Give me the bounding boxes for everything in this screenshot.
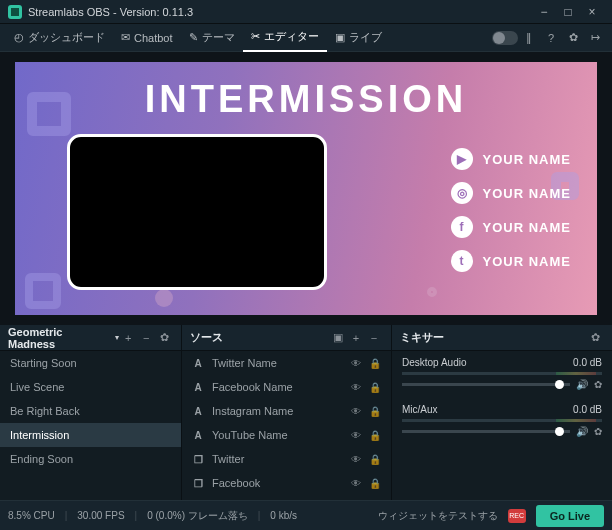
mixer-settings-button[interactable]: ✿ <box>586 331 604 344</box>
volume-slider[interactable] <box>402 430 570 433</box>
scene-item[interactable]: Be Right Back <box>0 399 181 423</box>
dashboard-icon: ◴ <box>14 31 24 44</box>
source-add-button[interactable]: + <box>347 332 365 344</box>
scene-remove-button[interactable]: − <box>137 332 155 344</box>
close-button[interactable]: × <box>580 5 604 19</box>
social-row-instagram: ◎YOUR NAME <box>451 182 571 204</box>
youtube-icon: ▶ <box>451 148 473 170</box>
source-item[interactable]: AInstagram Name👁🔒 <box>182 399 391 423</box>
statusbar: 8.5% CPU | 30.00 FPS | 0 (0.0%) フレーム落ち |… <box>0 500 612 530</box>
chatbot-icon: ✉ <box>121 31 130 44</box>
mixer-title: ミキサー <box>400 330 444 345</box>
tab-editor[interactable]: ✂エディター <box>243 24 327 52</box>
twitter-icon: t <box>451 250 473 272</box>
channel-name: Mic/Aux <box>402 404 438 415</box>
settings-icon[interactable]: ✿ <box>562 27 584 49</box>
channel-settings-icon[interactable]: ✿ <box>594 426 602 437</box>
record-button[interactable]: REC <box>508 509 526 523</box>
help-icon[interactable]: ? <box>540 27 562 49</box>
lock-icon[interactable]: 🔒 <box>369 454 381 465</box>
scene-item[interactable]: Intermission <box>0 423 181 447</box>
tab-live[interactable]: ▣ライブ <box>327 24 390 52</box>
visibility-icon[interactable]: 👁 <box>351 382 361 393</box>
titlebar: Streamlabs OBS - Version: 0.11.3 − □ × <box>0 0 612 24</box>
mixer-panel: ミキサー ✿ Desktop Audio0.0 dB🔊✿Mic/Aux0.0 d… <box>392 325 612 500</box>
speaker-icon[interactable]: 🔊 <box>576 379 588 390</box>
visibility-icon[interactable]: 👁 <box>351 454 361 465</box>
video-frame <box>67 134 327 290</box>
scene-item[interactable]: Starting Soon <box>0 351 181 375</box>
social-row-facebook: fYOUR NAME <box>451 216 571 238</box>
visibility-icon[interactable]: 👁 <box>351 358 361 369</box>
pause-icon[interactable]: ‖ <box>518 27 540 49</box>
sources-title: ソース <box>190 330 223 345</box>
theme-icon: ✎ <box>189 31 198 44</box>
source-item[interactable]: ATwitter Name👁🔒 <box>182 351 391 375</box>
preview-canvas: INTERMISSION ▶YOUR NAME ◎YOUR NAME fYOUR… <box>15 62 597 315</box>
mixer-channel: Mic/Aux0.0 dB🔊✿ <box>392 398 612 445</box>
deco-shape <box>155 289 173 307</box>
social-row-twitter: tYOUR NAME <box>451 250 571 272</box>
deco-shape <box>427 287 437 297</box>
social-row-youtube: ▶YOUR NAME <box>451 148 571 170</box>
test-widget-button[interactable]: ウィジェットをテストする <box>378 509 498 523</box>
mixer-channel: Desktop Audio0.0 dB🔊✿ <box>392 351 612 398</box>
source-type-icon: A <box>192 406 204 417</box>
minimize-button[interactable]: − <box>532 5 556 19</box>
bottom-panels: Geometric Madness▾ + − ✿ Starting SoonLi… <box>0 325 612 500</box>
visibility-icon[interactable]: 👁 <box>351 406 361 417</box>
volume-slider[interactable] <box>402 383 570 386</box>
source-item[interactable]: ❐Facebook👁🔒 <box>182 471 391 495</box>
status-cpu: 8.5% CPU <box>8 510 55 521</box>
window-title: Streamlabs OBS - Version: 0.11.3 <box>28 6 532 18</box>
source-type-icon: A <box>192 430 204 441</box>
visibility-icon[interactable]: 👁 <box>351 430 361 441</box>
scenes-panel: Geometric Madness▾ + − ✿ Starting SoonLi… <box>0 325 182 500</box>
sources-panel: ソース ▣ + − ATwitter Name👁🔒AFacebook Name👁… <box>182 325 392 500</box>
svg-rect-0 <box>11 8 19 16</box>
mode-toggle[interactable] <box>492 31 518 45</box>
source-item[interactable]: AYouTube Name👁🔒 <box>182 423 391 447</box>
instagram-icon: ◎ <box>451 182 473 204</box>
lock-icon[interactable]: 🔒 <box>369 430 381 441</box>
source-item[interactable]: AFacebook Name👁🔒 <box>182 375 391 399</box>
tab-dashboard[interactable]: ◴ダッシュボード <box>6 24 113 52</box>
maximize-button[interactable]: □ <box>556 5 580 19</box>
source-remove-button[interactable]: − <box>365 332 383 344</box>
channel-level: 0.0 dB <box>573 404 602 415</box>
audio-meter <box>402 419 602 422</box>
source-folder-button[interactable]: ▣ <box>329 331 347 344</box>
channel-settings-icon[interactable]: ✿ <box>594 379 602 390</box>
lock-icon[interactable]: 🔒 <box>369 478 381 489</box>
channel-level: 0.0 dB <box>573 357 602 368</box>
logout-icon[interactable]: ↦ <box>584 27 606 49</box>
status-fps: 30.00 FPS <box>77 510 124 521</box>
go-live-button[interactable]: Go Live <box>536 505 604 527</box>
scene-item[interactable]: Ending Soon <box>0 447 181 471</box>
tab-theme[interactable]: ✎テーマ <box>181 24 243 52</box>
status-dropped: 0 (0.0%) フレーム落ち <box>147 509 248 523</box>
lock-icon[interactable]: 🔒 <box>369 358 381 369</box>
social-list: ▶YOUR NAME ◎YOUR NAME fYOUR NAME tYOUR N… <box>451 148 571 272</box>
facebook-icon: f <box>451 216 473 238</box>
audio-meter <box>402 372 602 375</box>
source-type-icon: A <box>192 358 204 369</box>
status-bitrate: 0 kb/s <box>270 510 297 521</box>
preview-area[interactable]: INTERMISSION ▶YOUR NAME ◎YOUR NAME fYOUR… <box>0 52 612 325</box>
source-type-icon: A <box>192 382 204 393</box>
source-item[interactable]: ❐Twitter👁🔒 <box>182 447 391 471</box>
channel-name: Desktop Audio <box>402 357 467 368</box>
tab-chatbot[interactable]: ✉Chatbot <box>113 24 181 52</box>
source-type-icon: ❐ <box>192 478 204 489</box>
scenes-title: Geometric Madness <box>8 326 112 350</box>
main-toolbar: ◴ダッシュボード ✉Chatbot ✎テーマ ✂エディター ▣ライブ ‖ ? ✿… <box>0 24 612 52</box>
visibility-icon[interactable]: 👁 <box>351 478 361 489</box>
speaker-icon[interactable]: 🔊 <box>576 426 588 437</box>
scene-item[interactable]: Live Scene <box>0 375 181 399</box>
scene-add-button[interactable]: + <box>119 332 137 344</box>
lock-icon[interactable]: 🔒 <box>369 382 381 393</box>
editor-icon: ✂ <box>251 30 260 43</box>
lock-icon[interactable]: 🔒 <box>369 406 381 417</box>
deco-shape <box>25 273 61 309</box>
scene-settings-button[interactable]: ✿ <box>155 331 173 344</box>
